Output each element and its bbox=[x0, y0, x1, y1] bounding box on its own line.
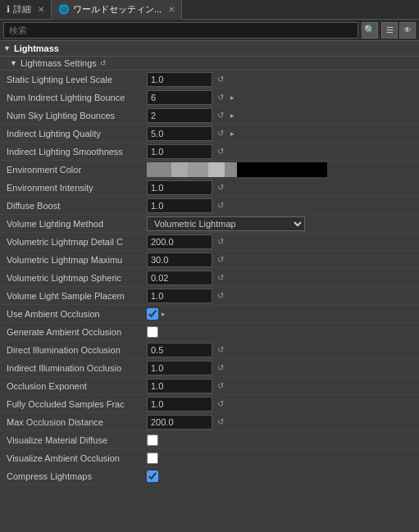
reset-button[interactable]: ↺ bbox=[214, 271, 227, 284]
prop-value: ↺ bbox=[147, 72, 416, 87]
color-segment bbox=[237, 162, 327, 177]
prop-label: Max Occlusion Distance bbox=[3, 417, 147, 427]
search-button[interactable]: 🔍 bbox=[362, 22, 378, 39]
lightmass-label: Lightmass bbox=[14, 43, 59, 53]
prop-value: ↺ bbox=[147, 198, 416, 213]
reset-button[interactable]: ↺ bbox=[214, 253, 227, 266]
checkbox-input[interactable] bbox=[147, 308, 158, 320]
prop-input[interactable] bbox=[147, 126, 212, 141]
prop-label: Generate Ambient Occlusion bbox=[3, 327, 147, 337]
extra-icon: ▸ bbox=[162, 310, 166, 318]
prop-input[interactable] bbox=[147, 379, 212, 393]
prop-label: Visualize Material Diffuse bbox=[3, 435, 147, 445]
checkbox-input[interactable] bbox=[147, 452, 158, 464]
prop-input[interactable] bbox=[147, 271, 212, 285]
reset-button[interactable]: ↺ bbox=[214, 416, 227, 429]
prop-input[interactable] bbox=[147, 289, 212, 303]
prop-input[interactable] bbox=[147, 415, 212, 430]
prop-input[interactable] bbox=[147, 144, 212, 159]
tab-detail[interactable]: ℹ 詳細 ✕ bbox=[0, 0, 52, 20]
reset-button[interactable]: ↺ bbox=[214, 289, 227, 302]
prop-row: Num Sky Lighting Bounces↺▸ bbox=[0, 107, 419, 125]
reset-button[interactable]: ↺ bbox=[214, 380, 227, 393]
settings-reset[interactable]: ↺ bbox=[100, 59, 107, 67]
checkbox-input[interactable] bbox=[147, 471, 158, 482]
prop-row: Indirect Illumination Occlusio↺ bbox=[0, 359, 419, 377]
prop-value: ↺▸ bbox=[147, 90, 416, 105]
reset-button[interactable]: ↺ bbox=[214, 145, 227, 158]
prop-label: Num Sky Lighting Bounces bbox=[3, 111, 147, 120]
reset-button[interactable]: ↺ bbox=[214, 109, 227, 122]
prop-row: Direct Illumination Occlusion↺ bbox=[0, 341, 419, 359]
prop-label: Environment Color bbox=[3, 165, 147, 175]
prop-row: Indirect Lighting Quality↺▸ bbox=[0, 125, 419, 143]
prop-row: Fully Occluded Samples Frac↺ bbox=[0, 395, 419, 413]
extra-icon: ▸ bbox=[230, 93, 235, 102]
prop-value bbox=[147, 452, 416, 464]
prop-label: Environment Intensity bbox=[3, 183, 147, 193]
prop-value bbox=[147, 326, 416, 338]
prop-label: Volumetric Lightmap Maximu bbox=[3, 255, 147, 265]
prop-label: Static Lighting Level Scale bbox=[3, 75, 147, 84]
prop-row: Num Indirect Lighting Bounce↺▸ bbox=[0, 89, 419, 107]
prop-label: Volumetric Lightmap Detail C bbox=[3, 237, 147, 247]
prop-row: Volumetric Lightmap Detail C↺ bbox=[0, 233, 419, 251]
prop-value bbox=[147, 162, 416, 177]
reset-button[interactable]: ↺ bbox=[214, 73, 227, 86]
reset-button[interactable]: ↺ bbox=[214, 181, 227, 194]
tab-world[interactable]: 🌐 ワールドセッティン... ✕ bbox=[52, 0, 182, 20]
list-view-button[interactable]: ☰ bbox=[381, 22, 398, 39]
prop-input[interactable] bbox=[147, 234, 212, 249]
lightmass-settings-header[interactable]: ▼ Lightmass Settings ↺ bbox=[0, 57, 419, 70]
prop-value: ↺ bbox=[147, 252, 416, 267]
prop-value: ↺▸ bbox=[147, 108, 416, 123]
prop-value: ↺ bbox=[147, 144, 416, 159]
prop-input[interactable] bbox=[147, 397, 212, 412]
color-segment bbox=[188, 162, 208, 177]
prop-row: Volume Light Sample Placem↺ bbox=[0, 287, 419, 305]
color-segment bbox=[225, 162, 237, 177]
prop-row: Volumetric Lightmap Spheric↺ bbox=[0, 269, 419, 287]
prop-input[interactable] bbox=[147, 90, 212, 105]
reset-button[interactable]: ↺ bbox=[214, 199, 227, 212]
search-input[interactable] bbox=[3, 22, 358, 39]
checkbox-input[interactable] bbox=[147, 326, 158, 338]
prop-input[interactable] bbox=[147, 343, 212, 357]
lightmass-section-header[interactable]: ▼ Lightmass bbox=[0, 41, 419, 57]
prop-input[interactable] bbox=[147, 252, 212, 267]
reset-button[interactable]: ↺ bbox=[214, 91, 227, 104]
prop-value: ↺▸ bbox=[147, 126, 416, 141]
prop-label: Indirect Lighting Smoothness bbox=[3, 147, 147, 157]
tab-detail-close[interactable]: ✕ bbox=[38, 5, 44, 14]
prop-value: ↺ bbox=[147, 289, 416, 303]
checkbox-input[interactable] bbox=[147, 434, 158, 446]
reset-button[interactable]: ↺ bbox=[214, 361, 227, 375]
world-icon: 🌐 bbox=[58, 4, 70, 15]
extra-icon: ▸ bbox=[230, 130, 235, 138]
prop-input[interactable] bbox=[147, 198, 212, 213]
prop-input[interactable] bbox=[147, 72, 212, 87]
prop-input[interactable] bbox=[147, 361, 212, 375]
panel: ▼ Lightmass ▼ Lightmass Settings ↺ Stati… bbox=[0, 41, 419, 532]
prop-row: Indirect Lighting Smoothness↺ bbox=[0, 143, 419, 161]
prop-input[interactable] bbox=[147, 108, 212, 123]
search-bar: 🔍 ☰ 👁 bbox=[0, 20, 419, 41]
color-bar[interactable] bbox=[147, 162, 327, 177]
prop-row: Static Lighting Level Scale↺ bbox=[0, 70, 419, 89]
prop-row: Visualize Ambient Occlusion bbox=[0, 449, 419, 467]
reset-button[interactable]: ↺ bbox=[214, 127, 227, 140]
prop-label: Diffuse Boost bbox=[3, 201, 147, 211]
dropdown-select[interactable]: Volumetric LightmapSparse Volume Lightin… bbox=[147, 216, 305, 231]
reset-button[interactable]: ↺ bbox=[214, 398, 227, 411]
prop-value: Volumetric LightmapSparse Volume Lightin… bbox=[147, 216, 416, 231]
prop-value bbox=[147, 471, 416, 482]
reset-button[interactable]: ↺ bbox=[214, 235, 227, 248]
prop-row: Environment Intensity↺ bbox=[0, 179, 419, 197]
tab-world-close[interactable]: ✕ bbox=[168, 5, 175, 14]
prop-label: Direct Illumination Occlusion bbox=[3, 345, 147, 355]
prop-row: Visualize Material Diffuse bbox=[0, 431, 419, 449]
prop-input[interactable] bbox=[147, 180, 212, 195]
properties-container: Static Lighting Level Scale↺Num Indirect… bbox=[0, 70, 419, 485]
reset-button[interactable]: ↺ bbox=[214, 343, 227, 357]
eye-button[interactable]: 👁 bbox=[399, 22, 416, 39]
